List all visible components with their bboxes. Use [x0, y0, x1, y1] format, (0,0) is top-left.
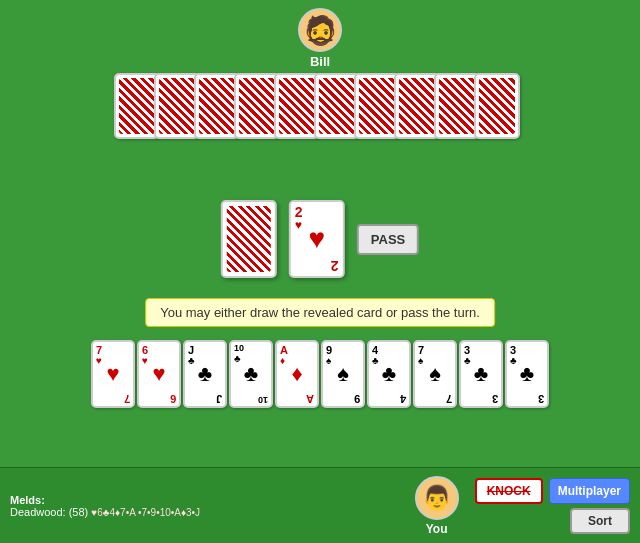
deadwood-cards: ♥6♣4♦7•A •7•9•10•A♦3•J [91, 507, 200, 518]
discard-value-bottom: 2 [331, 259, 339, 273]
player-card-5[interactable]: A ♦ ♦ A [275, 340, 319, 408]
discard-value-top: 2 [295, 205, 303, 219]
info-message: You may either draw the revealed card or… [145, 298, 495, 327]
player-card-3[interactable]: J ♣ ♣ J [183, 340, 227, 408]
opponent-name: Bill [310, 54, 330, 69]
player-card-2[interactable]: 6 ♥ ♥ 6 [137, 340, 181, 408]
opponent-area: 🧔 Bill [120, 8, 520, 139]
opponent-avatar: 🧔 [298, 8, 342, 52]
discard-suit-top: ♥ [295, 219, 302, 231]
multiplayer-button[interactable]: Multiplayer [549, 478, 630, 504]
player-card-8[interactable]: 7 ♠ ♠ 7 [413, 340, 457, 408]
pass-button[interactable]: PASS [357, 224, 419, 255]
player-card-10[interactable]: 3 ♣ ♣ 3 [505, 340, 549, 408]
player-card-4[interactable]: 10 ♣ ♣ 10 [229, 340, 273, 408]
melds-label: Melds: [10, 494, 407, 506]
sort-button[interactable]: Sort [570, 508, 630, 534]
center-area: 2 ♥ ♥ 2 PASS [221, 200, 419, 278]
game-area: 🧔 Bill 2 ♥ ♥ 2 PASS You may either draw … [0, 0, 640, 543]
opponent-card-10 [474, 73, 520, 139]
discard-suit-center: ♥ [308, 223, 325, 255]
opponent-hand [120, 73, 520, 139]
bottom-bar: Melds: Deadwood: (58) ♥6♣4♦7•A •7•9•10•A… [0, 467, 640, 543]
player-name: You [426, 522, 448, 536]
player-card-1[interactable]: 7 ♥ ♥ 7 [91, 340, 135, 408]
right-buttons: KNOCK Multiplayer Sort [475, 478, 630, 534]
deadwood-label: Deadwood: (58) [10, 506, 88, 518]
player-card-6[interactable]: 9 ♠ ♠ 9 [321, 340, 365, 408]
player-card-9[interactable]: 3 ♣ ♣ 3 [459, 340, 503, 408]
discard-pile[interactable]: 2 ♥ ♥ 2 [289, 200, 345, 278]
card-center: ♥ [106, 361, 119, 387]
deadwood-text: Deadwood: (58) ♥6♣4♦7•A •7•9•10•A♦3•J [10, 506, 407, 518]
melds-section: Melds: Deadwood: (58) ♥6♣4♦7•A •7•9•10•A… [10, 494, 407, 518]
draw-deck[interactable] [221, 200, 277, 278]
knock-button[interactable]: KNOCK [475, 478, 543, 504]
player-hand: 7 ♥ ♥ 7 6 ♥ ♥ 6 J ♣ ♣ J 10 ♣ ♣ 10 A ♦ [91, 340, 549, 408]
player-avatar: 👨 [415, 476, 459, 520]
player-card-7[interactable]: 4 ♣ ♣ 4 [367, 340, 411, 408]
you-section: 👨 You [415, 476, 459, 536]
